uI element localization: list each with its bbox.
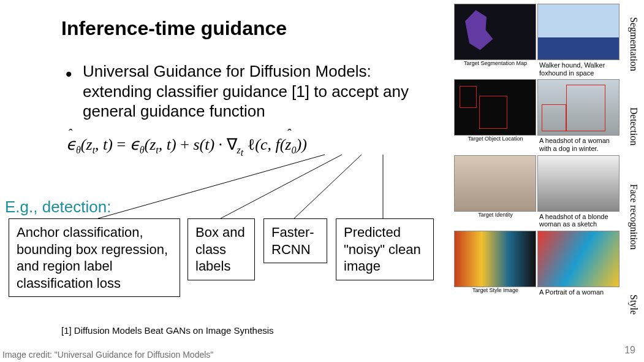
thumb-face-target bbox=[454, 155, 536, 212]
row-caption: A Portrait of a woman bbox=[537, 287, 619, 298]
bullet-text: Universal Guidance for Diffusion Models:… bbox=[83, 62, 409, 120]
annotation-box-model: Faster-RCNN bbox=[263, 218, 327, 263]
annotation-box-zhat: Predicted "noisy" clean image bbox=[336, 218, 434, 280]
thumb-caption: Target Identity bbox=[454, 212, 537, 229]
grid-row-style: Target Style Image A Portrait of a woman bbox=[454, 231, 619, 298]
thumb-style-target bbox=[454, 231, 536, 287]
thumb-seg-result bbox=[537, 4, 619, 60]
grid-row-detection: Target Object Location A headshot of a w… bbox=[454, 79, 619, 153]
svg-line-2 bbox=[294, 155, 362, 218]
citation-text: [1] Diffusion Models Beat GANs on Image … bbox=[61, 325, 274, 336]
bullet-item: • Universal Guidance for Diffusion Model… bbox=[83, 61, 426, 121]
right-image-grid: Target Segmentation Map Walker hound, Wa… bbox=[454, 4, 619, 297]
svg-line-0 bbox=[98, 155, 325, 218]
slide-title: Inference-time guidance bbox=[61, 17, 287, 40]
example-label: E.g., detection: bbox=[5, 198, 111, 217]
row-label-detection: Detection bbox=[628, 107, 639, 145]
svg-line-1 bbox=[221, 155, 342, 218]
equation: ϵθ(zt, t) = ϵθ(zt, t) + s(t) · ∇zt ℓ(c, … bbox=[66, 135, 307, 158]
row-label-style: Style bbox=[628, 295, 639, 315]
row-label-segmentation: Segmentation bbox=[628, 17, 639, 71]
grid-row-face: Target Identity A headshot of a blonde w… bbox=[454, 155, 619, 229]
thumb-style-result bbox=[537, 231, 619, 287]
thumb-det-target bbox=[454, 79, 536, 136]
annotation-box-loss: Anchor classification, bounding box regr… bbox=[9, 218, 180, 297]
thumb-det-result bbox=[537, 79, 619, 136]
bullet-marker: • bbox=[66, 63, 72, 86]
thumb-caption: Target Object Location bbox=[454, 136, 537, 153]
thumb-caption: Target Style Image bbox=[454, 287, 537, 298]
page-number: 19 bbox=[624, 345, 635, 356]
row-caption: A headshot of a blonde woman as a sketch bbox=[537, 212, 619, 229]
eq-eps-hat: ϵ bbox=[66, 136, 76, 153]
row-caption: Walker hound, Walker foxhound in space bbox=[537, 60, 619, 78]
thumb-face-result bbox=[537, 155, 619, 212]
thumb-seg-target bbox=[454, 4, 536, 60]
annotation-box-labels: Box and class labels bbox=[188, 218, 255, 280]
grid-row-segmentation: Target Segmentation Map Walker hound, Wa… bbox=[454, 4, 619, 78]
row-caption: A headshot of a woman with a dog in wint… bbox=[537, 136, 619, 153]
row-label-face: Face recognition bbox=[628, 184, 639, 250]
thumb-caption: Target Segmentation Map bbox=[454, 60, 537, 78]
image-credit: Image credit: "Universal Guidance for Di… bbox=[2, 350, 213, 360]
